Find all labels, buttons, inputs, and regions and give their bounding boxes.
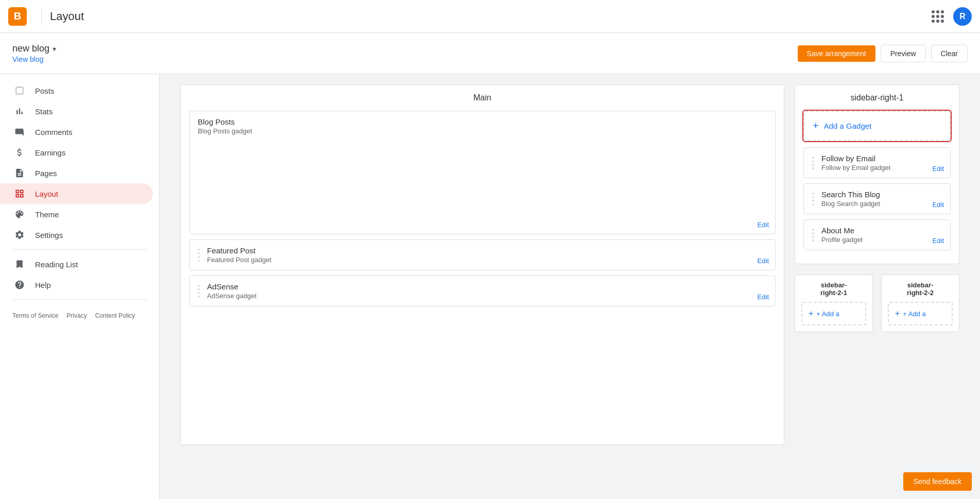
sidebar-item-theme[interactable]: Theme xyxy=(0,204,153,225)
about-me-content: About Me Profile gadget xyxy=(821,226,942,244)
earnings-icon xyxy=(12,147,27,158)
featured-post-content: Featured Post Featured Post gadget xyxy=(207,246,767,264)
user-avatar[interactable]: R xyxy=(953,7,972,26)
sidebar-right-1: sidebar-right-1 + Add a Gadget Follow by… xyxy=(795,84,959,264)
sidebar-item-stats[interactable]: Stats xyxy=(0,101,153,122)
layout-icon xyxy=(12,188,27,199)
sidebar-right-2-2-title: sidebar-right-2-2 xyxy=(888,281,953,297)
follow-email-subtitle: Follow by Email gadget xyxy=(821,164,942,171)
sidebar-right-2-1-title: sidebar-right-2-1 xyxy=(801,281,866,297)
sidebar-right-2-1: sidebar-right-2-1 + + Add a xyxy=(795,274,873,332)
comments-label: Comments xyxy=(35,128,73,136)
reading-list-icon xyxy=(12,259,27,269)
posts-icon xyxy=(12,85,27,96)
search-drag[interactable] xyxy=(812,190,815,208)
main-section: Main Blog Posts Blog Posts gadget Edit F… xyxy=(180,84,784,445)
search-content: Search This Blog Blog Search gadget xyxy=(821,190,942,208)
pages-icon xyxy=(12,168,27,178)
theme-icon xyxy=(12,209,27,219)
help-icon xyxy=(12,280,27,290)
sub-header-actions: Save arrangement Preview Clear xyxy=(798,45,968,62)
top-header: B Layout R xyxy=(0,0,980,33)
blog-posts-gadget: Blog Posts Blog Posts gadget Edit xyxy=(189,111,776,234)
privacy-link[interactable]: Privacy xyxy=(66,312,87,319)
featured-post-drag[interactable] xyxy=(198,246,201,264)
sidebar-right-2-2: sidebar-right-2-2 + + Add a xyxy=(881,274,959,332)
add-2-1-label: + Add a xyxy=(816,310,839,318)
blog-posts-edit[interactable]: Edit xyxy=(758,221,769,229)
sidebar-item-comments[interactable]: Comments xyxy=(0,122,153,142)
right-sidebar: sidebar-right-1 + Add a Gadget Follow by… xyxy=(795,84,959,445)
save-arrangement-button[interactable]: Save arrangement xyxy=(798,45,875,62)
preview-button[interactable]: Preview xyxy=(881,45,926,62)
follow-email-drag[interactable] xyxy=(812,154,815,171)
blog-name-label: new blog xyxy=(12,43,49,54)
add-gadget-button[interactable]: + Add a Gadget xyxy=(803,111,951,141)
earnings-label: Earnings xyxy=(35,148,65,157)
settings-icon xyxy=(12,230,27,240)
about-me-subtitle: Profile gadget xyxy=(821,236,942,244)
add-gadget-2-1-button[interactable]: + + Add a xyxy=(801,302,866,325)
featured-post-subtitle: Featured Post gadget xyxy=(207,256,767,264)
follow-email-edit[interactable]: Edit xyxy=(933,165,944,173)
sidebar-item-pages[interactable]: Pages xyxy=(0,163,153,183)
header-title: Layout xyxy=(50,10,84,23)
about-me-gadget: About Me Profile gadget Edit xyxy=(803,219,951,250)
add-gadget-label: Add a Gadget xyxy=(824,122,872,130)
reading-list-label: Reading List xyxy=(35,260,78,269)
search-edit[interactable]: Edit xyxy=(933,201,944,209)
header-divider xyxy=(41,8,42,25)
adsense-subtitle: AdSense gadget xyxy=(207,292,767,300)
sidebar-item-earnings[interactable]: Earnings xyxy=(0,142,153,163)
blog-posts-subtitle: Blog Posts gadget xyxy=(198,127,767,135)
featured-post-edit[interactable]: Edit xyxy=(758,257,769,265)
grid-icon[interactable] xyxy=(929,7,947,26)
main-section-title: Main xyxy=(189,93,776,102)
follow-email-title: Follow by Email xyxy=(821,154,942,163)
nav-divider xyxy=(12,249,147,250)
comments-icon xyxy=(12,127,27,137)
blogger-logo-letter: B xyxy=(14,10,21,22)
search-subtitle: Blog Search gadget xyxy=(821,200,942,208)
terms-link[interactable]: Terms of Service xyxy=(12,312,58,319)
view-blog-link[interactable]: View blog xyxy=(12,55,56,63)
layout-grid: Main Blog Posts Blog Posts gadget Edit F… xyxy=(180,84,959,445)
add-gadget-2-2-button[interactable]: + + Add a xyxy=(888,302,953,325)
grid-dots xyxy=(932,10,944,23)
featured-post-gadget: Featured Post Featured Post gadget Edit xyxy=(189,239,776,270)
adsense-edit[interactable]: Edit xyxy=(758,293,769,301)
follow-email-content: Follow by Email Follow by Email gadget xyxy=(821,154,942,171)
nav-footer-divider xyxy=(12,299,147,300)
blog-posts-title: Blog Posts xyxy=(198,117,767,126)
search-this-blog-gadget: Search This Blog Blog Search gadget Edit xyxy=(803,183,951,214)
follow-by-email-gadget: Follow by Email Follow by Email gadget E… xyxy=(803,147,951,178)
sidebar-item-reading-list[interactable]: Reading List xyxy=(0,254,153,274)
about-me-title: About Me xyxy=(821,226,942,235)
clear-button[interactable]: Clear xyxy=(931,45,968,62)
about-me-edit[interactable]: Edit xyxy=(933,237,944,245)
adsense-content: AdSense AdSense gadget xyxy=(207,282,767,300)
avatar-letter: R xyxy=(959,12,966,21)
blogger-logo: B xyxy=(8,7,27,26)
sidebar-item-posts[interactable]: Posts xyxy=(0,80,153,101)
sidebar-item-settings[interactable]: Settings xyxy=(0,225,153,245)
left-nav: Posts Stats Comments Earnings Pages xyxy=(0,74,160,499)
featured-post-title: Featured Post xyxy=(207,246,767,255)
theme-label: Theme xyxy=(35,210,59,219)
posts-label: Posts xyxy=(35,87,55,95)
search-title: Search This Blog xyxy=(821,190,942,199)
send-feedback-button[interactable]: Send feedback xyxy=(903,472,972,491)
plus-icon: + xyxy=(813,120,819,132)
adsense-title: AdSense xyxy=(207,282,767,291)
sidebar-right-1-title: sidebar-right-1 xyxy=(803,93,951,102)
layout-label: Layout xyxy=(35,190,58,198)
sidebar-item-layout[interactable]: Layout xyxy=(0,183,153,204)
sidebar-item-help[interactable]: Help xyxy=(0,274,153,295)
plus-icon-2-2: + xyxy=(895,309,900,318)
adsense-drag[interactable] xyxy=(198,282,201,300)
content-policy-link[interactable]: Content Policy xyxy=(95,312,135,319)
about-me-drag[interactable] xyxy=(812,226,815,244)
blog-name-arrow: ▾ xyxy=(53,45,56,53)
blog-name-dropdown[interactable]: new blog ▾ xyxy=(12,43,56,54)
nav-footer: Terms of Service Privacy Content Policy xyxy=(0,304,159,323)
